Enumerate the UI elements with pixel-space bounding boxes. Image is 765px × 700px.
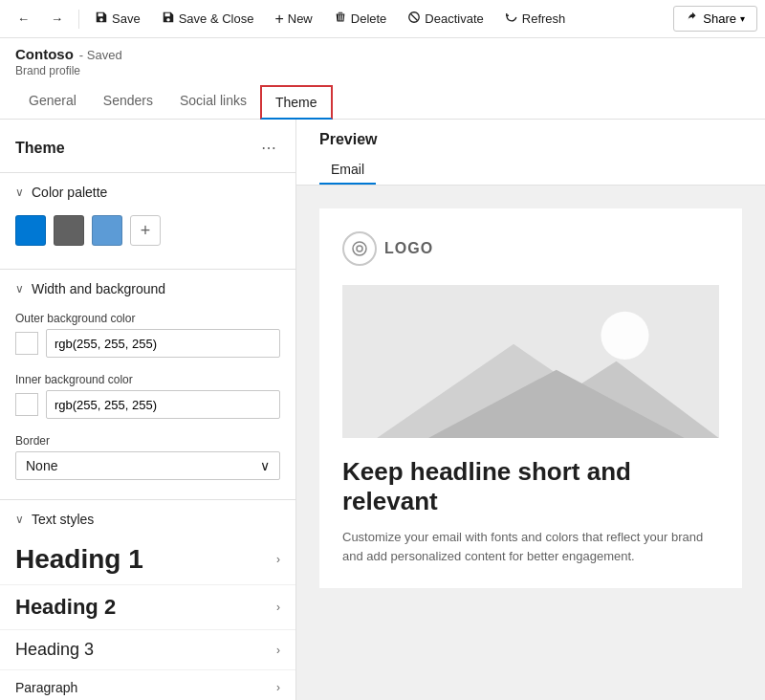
delete-button[interactable]: Delete [324, 7, 397, 31]
refresh-label: Refresh [522, 11, 566, 26]
preview-header: Preview Email [296, 120, 765, 186]
border-dropdown-icon: ∨ [260, 458, 270, 473]
color-swatch-blue[interactable] [15, 215, 46, 246]
email-body: Customize your email with fonts and colo… [342, 528, 719, 565]
width-background-section: ∨ Width and background Outer background … [0, 273, 295, 495]
forward-button[interactable]: → [41, 8, 73, 30]
app-title: Contoso [15, 46, 74, 62]
delete-icon [334, 11, 347, 27]
new-label: New [288, 11, 313, 26]
back-button[interactable]: ← [8, 8, 39, 30]
color-palette-section: ∨ Color palette + [0, 177, 295, 265]
outer-bg-row [15, 329, 280, 358]
more-options-button[interactable]: ⋯ [257, 135, 280, 161]
color-palette-swatches: + [0, 208, 295, 257]
color-palette-chevron-icon: ∨ [15, 186, 24, 199]
border-label: Border [15, 434, 280, 448]
inner-bg-swatch[interactable] [15, 393, 38, 416]
heading-1-item[interactable]: Heading 1 › [0, 535, 295, 585]
text-styles-header[interactable]: ∨ Text styles [0, 504, 295, 535]
preview-tabs: Email [319, 156, 742, 185]
outer-bg-label: Outer background color [15, 312, 280, 325]
paragraph-item[interactable]: Paragraph › [0, 670, 295, 700]
paragraph-label: Paragraph [15, 680, 77, 695]
save-close-icon [162, 11, 175, 27]
inner-bg-input[interactable] [46, 390, 280, 419]
logo-icon [342, 231, 377, 266]
hero-image [342, 285, 719, 438]
share-button[interactable]: Share ▾ [673, 6, 757, 32]
text-styles-label: Text styles [32, 512, 94, 527]
color-swatch-gray[interactable] [54, 215, 84, 246]
new-button[interactable]: + New [265, 7, 321, 32]
outer-bg-swatch[interactable] [15, 332, 38, 355]
outer-bg-input[interactable] [46, 329, 280, 358]
color-palette-header[interactable]: ∨ Color palette [0, 177, 295, 208]
svg-point-1 [353, 242, 366, 255]
heading-2-label: Heading 2 [15, 595, 116, 620]
inner-bg-field: Inner background color [0, 365, 295, 427]
refresh-icon [505, 11, 518, 27]
new-icon: + [274, 11, 283, 28]
share-icon [686, 11, 699, 27]
svg-point-4 [601, 311, 648, 359]
save-button[interactable]: Save [85, 7, 150, 31]
forward-icon: → [51, 11, 63, 26]
heading-3-chevron-icon: › [276, 644, 280, 657]
tab-theme[interactable]: Theme [260, 85, 333, 120]
color-palette-label: Color palette [32, 185, 107, 200]
share-label: Share [703, 11, 736, 26]
preview-tab-email[interactable]: Email [319, 156, 376, 185]
email-headline: Keep headline short and relevant [342, 457, 719, 516]
divider-1 [78, 10, 79, 29]
deactivate-label: Deactivate [425, 11, 483, 26]
width-background-label: Width and background [32, 281, 165, 296]
preview-content: LOGO K [296, 186, 765, 700]
border-select[interactable]: None ∨ [15, 451, 280, 480]
svg-point-2 [357, 246, 362, 252]
logo-row: LOGO [342, 231, 719, 266]
save-close-button[interactable]: Save & Close [152, 7, 264, 31]
add-icon: + [141, 221, 151, 241]
delete-label: Delete [351, 11, 387, 26]
tab-social-links[interactable]: Social links [166, 85, 260, 119]
save-close-label: Save & Close [179, 11, 254, 26]
app-subtitle: Brand profile [15, 64, 750, 77]
text-styles-section: ∨ Text styles Heading 1 › Heading 2 › He… [0, 504, 295, 700]
email-container: LOGO K [319, 208, 742, 588]
separator-2 [0, 269, 295, 270]
toolbar: ← → Save Save & Close + New Delete [0, 0, 765, 38]
heading-1-chevron-icon: › [276, 553, 280, 566]
tab-general[interactable]: General [15, 85, 90, 119]
heading-1-label: Heading 1 [15, 544, 143, 575]
save-label: Save [112, 11, 141, 26]
logo-text: LOGO [384, 240, 433, 257]
tab-senders[interactable]: Senders [90, 85, 166, 119]
share-dropdown-icon: ▾ [740, 13, 745, 24]
save-icon [95, 11, 108, 27]
text-styles-chevron-icon: ∨ [15, 513, 24, 526]
deactivate-icon [407, 11, 421, 27]
right-panel: Preview Email LOGO [296, 120, 765, 700]
outer-bg-field: Outer background color [0, 304, 295, 365]
preview-title: Preview [319, 131, 742, 148]
deactivate-button[interactable]: Deactivate [398, 7, 492, 31]
heading-2-item[interactable]: Heading 2 › [0, 585, 295, 630]
heading-2-chevron-icon: › [276, 601, 280, 614]
add-color-button[interactable]: + [130, 215, 161, 246]
left-panel: Theme ⋯ ∨ Color palette + [0, 120, 296, 700]
heading-3-item[interactable]: Heading 3 › [0, 630, 295, 670]
panel-title: Theme [15, 140, 65, 157]
inner-bg-label: Inner background color [15, 373, 280, 386]
paragraph-chevron-icon: › [276, 681, 280, 694]
dots-icon: ⋯ [261, 140, 276, 156]
width-background-chevron-icon: ∨ [15, 282, 24, 295]
color-swatch-light-blue[interactable] [92, 215, 122, 246]
border-value: None [26, 458, 57, 473]
nav-tabs: General Senders Social links Theme [15, 85, 750, 119]
width-background-header[interactable]: ∨ Width and background [0, 273, 295, 304]
header-area: Contoso - Saved Brand profile General Se… [0, 38, 765, 120]
refresh-button[interactable]: Refresh [495, 7, 576, 31]
border-field: Border None ∨ [0, 427, 295, 488]
inner-bg-row [15, 390, 280, 419]
